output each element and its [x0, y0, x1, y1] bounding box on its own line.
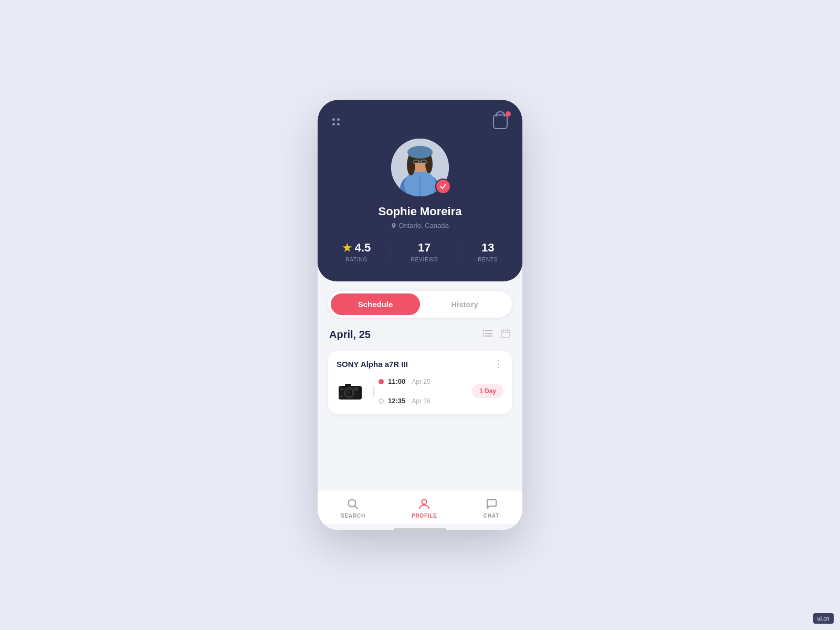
nav-chat[interactable]: CHAT — [484, 498, 499, 519]
bag-badge — [506, 111, 511, 117]
card-title: SONY Alpha a7R III — [337, 360, 408, 369]
stat-rents-label: RENTS — [478, 257, 498, 262]
svg-point-31 — [340, 387, 343, 391]
spacer — [318, 418, 522, 490]
stat-reviews-label: REVIEWS — [411, 257, 438, 262]
nav-profile[interactable]: PROFILE — [412, 498, 437, 519]
end-time-line: 12:35 Apr 26 — [379, 395, 465, 406]
svg-rect-30 — [353, 387, 359, 391]
nav-profile-label: PROFILE — [412, 513, 437, 519]
duration-badge: 1 Day — [472, 384, 503, 398]
person-icon — [418, 498, 430, 510]
start-time-line: 11:00 Apr 25 — [379, 376, 465, 387]
schedule-date: April, 25 — [329, 329, 371, 341]
profile-header: Sophie Moreira Ontario, Canada ★ 4.5 RAT… — [318, 100, 522, 281]
nav-search[interactable]: SEARCH — [341, 498, 365, 519]
card-content: 11:00 Apr 25 12:35 Apr 26 1 Day — [337, 376, 503, 406]
stat-rating: ★ 4.5 RATING — [342, 241, 371, 262]
location-pin-icon — [391, 223, 396, 228]
star-icon: ★ — [342, 242, 352, 254]
schedule-card: SONY Alpha a7R III ⋮ — [328, 351, 512, 414]
start-dot — [379, 379, 384, 384]
phone-frame: Sophie Moreira Ontario, Canada ★ 4.5 RAT… — [318, 100, 522, 530]
user-name: Sophie Moreira — [379, 205, 462, 218]
more-options-icon[interactable]: ⋮ — [494, 358, 503, 370]
tab-history[interactable]: History — [420, 293, 509, 315]
svg-rect-20 — [501, 330, 510, 338]
stat-rents-value: 13 — [481, 241, 494, 255]
tabs-row: Schedule History — [328, 291, 512, 318]
nav-search-label: SEARCH — [341, 513, 365, 519]
bottom-nav: SEARCH PROFILE CHAT — [318, 490, 522, 524]
avatar-wrap — [391, 139, 449, 196]
stat-reviews: 17 REVIEWS — [411, 241, 438, 262]
header-icons — [332, 114, 508, 129]
card-header: SONY Alpha a7R III ⋮ — [337, 358, 503, 370]
svg-point-17 — [483, 330, 485, 332]
search-icon — [346, 498, 359, 510]
profile-body: Schedule History April, 25 — [318, 281, 522, 530]
checkmark-icon — [439, 183, 447, 190]
grid-icon[interactable] — [332, 118, 340, 125]
svg-line-34 — [355, 506, 358, 509]
time-column: 11:00 Apr 25 12:35 Apr 26 — [371, 376, 465, 406]
svg-point-35 — [422, 500, 427, 505]
svg-rect-29 — [345, 384, 351, 387]
date-icons — [482, 328, 511, 341]
tab-schedule[interactable]: Schedule — [331, 293, 420, 315]
svg-point-7 — [407, 146, 433, 159]
end-dot — [379, 398, 384, 404]
svg-rect-32 — [340, 395, 343, 397]
svg-point-18 — [483, 333, 485, 334]
list-view-icon[interactable] — [482, 329, 493, 340]
svg-point-19 — [483, 335, 485, 337]
stat-reviews-value: 17 — [418, 241, 430, 255]
home-indicator — [394, 528, 446, 530]
date-row: April, 25 — [318, 318, 522, 346]
stat-rating-value: ★ 4.5 — [342, 241, 371, 255]
watermark: ui.cn — [813, 613, 834, 624]
stat-rents: 13 RENTS — [478, 241, 498, 262]
svg-point-28 — [348, 391, 349, 393]
stats-row: ★ 4.5 RATING 17 REVIEWS 13 RENTS — [332, 241, 508, 262]
stat-divider-2 — [458, 242, 458, 262]
user-location: Ontario, Canada — [391, 222, 448, 229]
bag-icon — [493, 114, 508, 129]
bag-icon-wrap[interactable] — [493, 114, 508, 129]
nav-chat-label: CHAT — [484, 513, 499, 519]
verified-badge — [435, 178, 451, 194]
camera-image — [337, 379, 364, 402]
svg-point-8 — [415, 161, 418, 163]
stat-divider-1 — [391, 242, 391, 262]
chat-icon — [485, 498, 498, 510]
time-connector — [373, 386, 374, 396]
product-thumbnail — [337, 379, 364, 404]
stat-rating-label: RATING — [345, 257, 368, 262]
calendar-icon[interactable] — [500, 328, 511, 341]
svg-point-9 — [422, 161, 425, 163]
